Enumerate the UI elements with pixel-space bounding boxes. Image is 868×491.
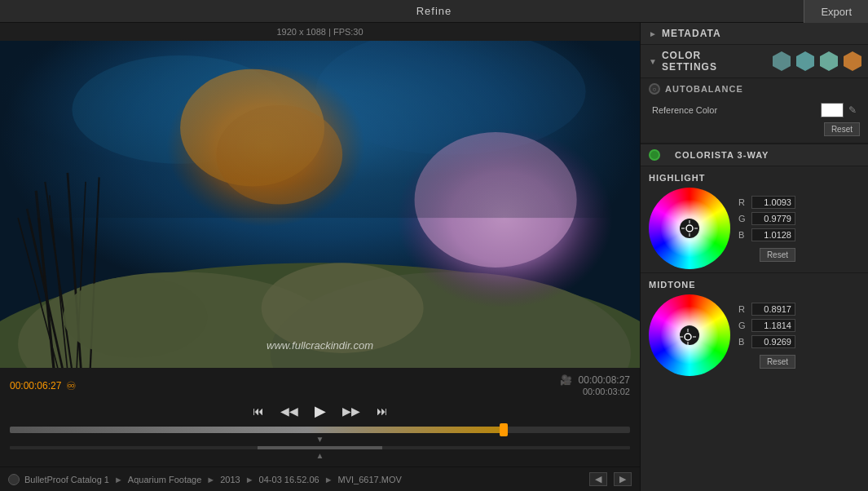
highlight-rgb-values: R 1.0093 G 0.9779 B 1.0128 Reset xyxy=(738,196,795,262)
refine-label: Refine xyxy=(416,5,452,17)
highlight-reset-button[interactable]: Reset xyxy=(760,248,795,262)
top-bar: Refine Export xyxy=(0,0,868,23)
metadata-arrow-icon: ► xyxy=(649,29,657,38)
time-right: 🎥 00:00:08:27 00:00:03:02 xyxy=(560,374,630,397)
reference-color-label: Reference Color xyxy=(652,105,816,115)
midtone-color-wheel[interactable] xyxy=(649,294,730,376)
svg-rect-21 xyxy=(0,41,640,218)
colorista-header[interactable]: COLORISTA 3-WAY xyxy=(641,144,868,166)
autobalance-section: ○ AUTOBALANCE Reference Color ✎ Reset xyxy=(641,78,868,143)
remaining-time: 00:00:03:02 xyxy=(583,387,630,396)
color-settings-toggle[interactable]: ▼ COLOR SETTINGS xyxy=(641,45,766,77)
date-label: 04-03 16.52.06 xyxy=(259,475,319,484)
colorista-title: COLORISTA 3-WAY xyxy=(675,150,769,160)
hex-icon-1[interactable] xyxy=(771,51,792,72)
colorista-power-button[interactable] xyxy=(649,149,660,161)
status-circle xyxy=(8,474,20,485)
file-label: MVI_6617.MOV xyxy=(338,475,402,484)
midtone-g-label: G xyxy=(738,321,748,330)
highlight-g-row: G 0.9779 xyxy=(738,212,795,225)
reference-color-swatch[interactable] xyxy=(821,103,844,117)
highlight-g-value[interactable]: 0.9779 xyxy=(751,212,795,225)
midtone-label: MIDTONE xyxy=(649,280,860,290)
midtone-r-value[interactable]: 0.8917 xyxy=(751,303,795,316)
camera-icon: 🎥 xyxy=(560,374,572,386)
midtone-section: MIDTONE xyxy=(641,273,868,379)
timeline-marker[interactable] xyxy=(500,423,508,436)
bottom-bar: BulletProof Catalog 1 ► Aquarium Footage… xyxy=(0,467,640,491)
autobalance-row: ○ AUTOBALANCE xyxy=(649,83,860,95)
video-frame xyxy=(0,41,640,368)
autobalance-label: AUTOBALANCE xyxy=(665,84,743,94)
highlight-wheel-row: R 1.0093 G 0.9779 B 1.0128 Reset xyxy=(649,188,860,269)
export-button[interactable]: Export xyxy=(804,0,868,23)
highlight-r-value[interactable]: 1.0093 xyxy=(751,196,795,209)
midtone-r-row: R 0.8917 xyxy=(738,303,795,316)
prev-button[interactable]: ◀ xyxy=(589,472,607,486)
svg-marker-22 xyxy=(773,51,791,71)
video-container: www.fullcrackindir.com xyxy=(0,41,640,368)
right-panel: ► METADATA ▼ COLOR SETTINGS xyxy=(640,23,868,491)
next-button[interactable]: ▶ xyxy=(614,472,632,486)
svg-point-20 xyxy=(63,276,207,358)
hex-icon-2[interactable] xyxy=(795,51,816,72)
skip-back-button[interactable]: ⏮ xyxy=(249,403,267,419)
timeline-bar[interactable] xyxy=(10,427,630,433)
folder-label: Aquarium Footage xyxy=(128,475,202,484)
timeline-played xyxy=(10,427,506,433)
link-icon: ♾ xyxy=(66,379,77,392)
midtone-g-row: G 1.1814 xyxy=(738,319,795,332)
midtone-reset-button[interactable]: Reset xyxy=(760,355,795,369)
highlight-section: HIGHLIGHT xyxy=(641,166,868,272)
hex-icon-4[interactable] xyxy=(842,51,863,72)
skip-forward-button[interactable]: ⏭ xyxy=(373,403,391,419)
left-panel: 1920 x 1088 | FPS:30 xyxy=(0,23,640,491)
midtone-g-value[interactable]: 1.1814 xyxy=(751,319,795,332)
highlight-b-row: B 1.0128 xyxy=(738,228,795,241)
midtone-wheel-svg xyxy=(649,294,730,376)
rewind-button[interactable]: ◀◀ xyxy=(277,403,302,419)
highlight-wheel-svg xyxy=(649,188,730,269)
midtone-b-value[interactable]: 0.9269 xyxy=(751,335,795,348)
catalog-label: BulletProof Catalog 1 xyxy=(24,475,109,484)
autobalance-reset-button[interactable]: Reset xyxy=(824,122,860,136)
highlight-r-row: R 1.0093 xyxy=(738,196,795,209)
hex-icons-row xyxy=(766,47,868,75)
svg-marker-23 xyxy=(796,51,814,71)
main-area: 1920 x 1088 | FPS:30 xyxy=(0,23,868,491)
timeline-sub[interactable] xyxy=(10,446,630,449)
bottom-nav: ◀ ▶ xyxy=(589,472,632,486)
midtone-wheel-row: R 0.8917 G 1.1814 B 0.9269 Reset xyxy=(649,294,860,376)
video-info-bar: 1920 x 1088 | FPS:30 xyxy=(0,23,640,41)
hex-icon-3[interactable] xyxy=(818,51,839,72)
midtone-r-label: R xyxy=(738,304,748,314)
time-current-display: 00:00:06:27 ♾ xyxy=(10,374,77,397)
metadata-section-header[interactable]: ► METADATA xyxy=(641,23,868,45)
highlight-b-label: B xyxy=(738,230,748,240)
highlight-r-label: R xyxy=(738,197,748,207)
highlight-g-label: G xyxy=(738,214,748,223)
midtone-b-row: B 0.9269 xyxy=(738,335,795,348)
midtone-rgb-values: R 0.8917 G 1.1814 B 0.9269 Reset xyxy=(738,303,795,369)
current-time: 00:00:06:27 xyxy=(10,380,61,391)
controls-area: 00:00:06:27 ♾ 🎥 00:00:08:27 00:00:03:02 … xyxy=(0,368,640,467)
timeline-area[interactable]: ▼ ▲ xyxy=(10,427,630,460)
svg-marker-24 xyxy=(820,51,838,71)
video-resolution: 1920 x 1088 | FPS:30 xyxy=(276,27,363,37)
total-time: 00:00:08:27 xyxy=(579,374,630,386)
color-settings-title: COLOR SETTINGS xyxy=(662,50,758,73)
metadata-title: METADATA xyxy=(662,28,721,39)
highlight-b-value[interactable]: 1.0128 xyxy=(751,228,795,241)
fast-forward-button[interactable]: ▶▶ xyxy=(339,403,364,419)
year-label: 2013 xyxy=(220,475,240,484)
highlight-label: HIGHLIGHT xyxy=(649,173,860,183)
color-settings-header: ▼ COLOR SETTINGS xyxy=(641,45,868,78)
svg-marker-25 xyxy=(844,51,861,71)
pencil-icon[interactable]: ✎ xyxy=(848,104,857,116)
time-display: 00:00:06:27 ♾ 🎥 00:00:08:27 00:00:03:02 xyxy=(10,374,630,397)
reference-color-row: Reference Color ✎ xyxy=(649,101,860,119)
autobalance-power-button[interactable]: ○ xyxy=(649,83,660,95)
play-button[interactable]: ▶ xyxy=(311,400,329,422)
transport-controls: ⏮ ◀◀ ▶ ▶▶ ⏭ xyxy=(10,400,630,422)
highlight-color-wheel[interactable] xyxy=(649,188,730,269)
